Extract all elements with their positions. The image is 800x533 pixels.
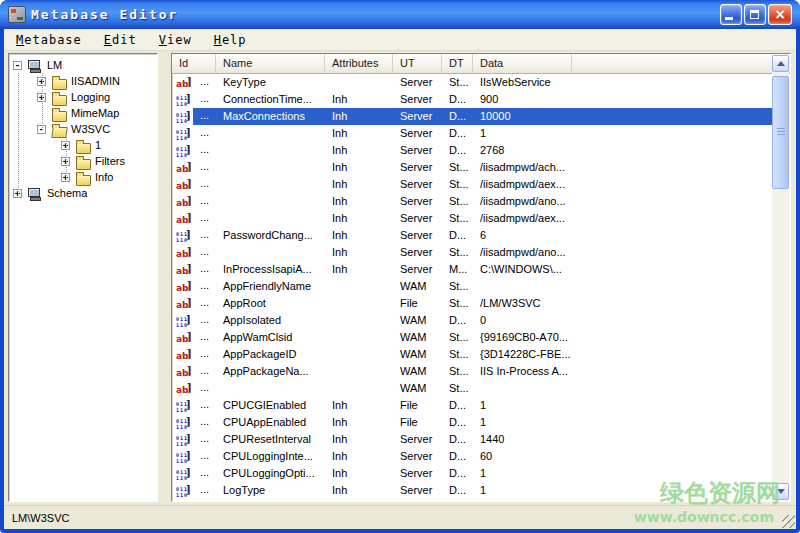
- table-row[interactable]: ab ... AppPackageNa... WAM St... IIS In-…: [172, 363, 773, 380]
- ut-cell: Server: [393, 465, 442, 482]
- tree-item-logging[interactable]: + Logging: [9, 89, 157, 105]
- tree-item-w3svc[interactable]: - W3SVC: [9, 121, 157, 137]
- vertical-scrollbar[interactable]: [772, 55, 789, 500]
- attributes-cell: [325, 329, 393, 346]
- table-row[interactable]: ab ... AppFriendlyName WAM St...: [172, 278, 773, 295]
- tree-item-filters[interactable]: + Filters: [9, 153, 157, 169]
- attributes-cell: Inh: [325, 244, 393, 261]
- table-row[interactable]: 011110 ... LogType Inh Server D... 1: [172, 482, 773, 499]
- dt-cell: D...: [442, 142, 473, 159]
- table-row[interactable]: 011110 ... CPUResetInterval Inh Server D…: [172, 431, 773, 448]
- tree-item-iisadmin[interactable]: + IISADMIN: [9, 73, 157, 89]
- table-row[interactable]: ab ... KeyType Server St... IIsWebServic…: [172, 74, 773, 91]
- ut-cell: Server: [393, 74, 442, 91]
- computer-icon: [27, 59, 43, 72]
- tree-item-lm[interactable]: - LM: [9, 57, 157, 73]
- column-header-dt[interactable]: DT: [442, 54, 473, 73]
- maximize-button[interactable]: [744, 4, 766, 25]
- filler-cell: [572, 159, 773, 176]
- folder-icon: [75, 139, 91, 152]
- folder-icon: [75, 155, 91, 168]
- binary-dword-icon: 011110: [176, 484, 193, 498]
- minimize-button[interactable]: [720, 4, 742, 25]
- dt-cell: [442, 499, 473, 502]
- tree-item-schema[interactable]: + Schema: [9, 185, 157, 201]
- table-row[interactable]: 011110 ... CPUAppEnabled Inh File D... 1: [172, 414, 773, 431]
- column-header-filler: [572, 54, 790, 73]
- table-row[interactable]: ab ... AppWamClsid WAM St... {99169CB0-A…: [172, 329, 773, 346]
- table-row[interactable]: 011110 ... AppIsolated WAM D... 0: [172, 312, 773, 329]
- table-row[interactable]: 011110 ... CPUCGIEnabled Inh File D... 1: [172, 397, 773, 414]
- data-cell: 60: [473, 448, 572, 465]
- title-bar[interactable]: Metabase Editor ×: [0, 0, 800, 29]
- attributes-cell: Inh: [325, 448, 393, 465]
- id-cell: 011110 ...: [172, 142, 216, 159]
- id-cell: ab ...: [172, 176, 216, 193]
- ut-cell: WAM: [393, 363, 442, 380]
- table-row[interactable]: ab ... Inh Server St... /iisadmpwd/ach..…: [172, 159, 773, 176]
- ut-cell: Server: [393, 108, 442, 125]
- data-cell: 6: [473, 227, 572, 244]
- table-row[interactable]: ab ... AppRoot File St... /LM/W3SVC: [172, 295, 773, 312]
- dt-cell: D...: [442, 465, 473, 482]
- scroll-up-button[interactable]: [772, 55, 789, 72]
- data-cell: /iisadmpwd/aex...: [473, 210, 572, 227]
- resize-grip[interactable]: [782, 515, 795, 528]
- table-row[interactable]: ab ... AppPackageID WAM St... {3D14228C-…: [172, 346, 773, 363]
- scroll-down-button[interactable]: [772, 483, 789, 500]
- table-row[interactable]: 011110 ... ConnectionTime... Inh Server …: [172, 91, 773, 108]
- ab-string-icon: ab: [176, 195, 193, 209]
- table-row[interactable]: 011110 ... Inh Server D... 1: [172, 125, 773, 142]
- id-cell: ab ...: [172, 261, 216, 278]
- table-row[interactable]: ab ... Inh Server St... /iisadmpwd/aex..…: [172, 210, 773, 227]
- dt-cell: St...: [442, 193, 473, 210]
- binary-dword-icon: 011110: [176, 416, 193, 430]
- column-header-id[interactable]: Id: [172, 54, 216, 73]
- ut-cell: [393, 499, 442, 502]
- column-header-name[interactable]: Name: [216, 54, 325, 73]
- table-row[interactable]: 011110 ... PasswordChang... Inh Server D…: [172, 227, 773, 244]
- menu-item-view[interactable]: View: [155, 31, 196, 49]
- ab-string-icon: ab: [176, 161, 193, 175]
- table-row[interactable]: ab ... WAM St...: [172, 380, 773, 397]
- data-cell: 1: [473, 465, 572, 482]
- tree-item-info[interactable]: + Info: [9, 169, 157, 185]
- tree-item-1[interactable]: + 1: [9, 137, 157, 153]
- table-row[interactable]: ab ... Inh Server St... /iisadmpwd/aex..…: [172, 176, 773, 193]
- metabase-tree-panel[interactable]: - LM + IISADMIN + Logging MimeMap - W3SV…: [8, 53, 158, 502]
- attributes-cell: Inh: [325, 108, 393, 125]
- dt-cell: M...: [442, 261, 473, 278]
- tree-item-mimemap[interactable]: MimeMap: [9, 105, 157, 121]
- menu-item-help[interactable]: Help: [210, 31, 251, 49]
- collapse-icon[interactable]: -: [13, 61, 22, 70]
- table-row[interactable]: 011110 ... CPULoggingInte... Inh Server …: [172, 448, 773, 465]
- table-row[interactable]: ab ... Inh Server St... /iisadmpwd/ano..…: [172, 244, 773, 261]
- column-header-data[interactable]: Data: [473, 54, 572, 73]
- close-button[interactable]: ×: [768, 4, 792, 25]
- column-header-ut[interactable]: UT: [393, 54, 442, 73]
- menu-item-metabase[interactable]: Metabase: [12, 31, 86, 49]
- ut-cell: Server: [393, 125, 442, 142]
- table-row[interactable]: 011110 ... CPULoggingOpti... Inh Server …: [172, 465, 773, 482]
- table-row[interactable]: ab ... InProcessIsapiA... Inh Server M..…: [172, 261, 773, 278]
- column-header-attributes[interactable]: Attributes: [325, 54, 393, 73]
- dt-cell: D...: [442, 108, 473, 125]
- data-cell: [473, 278, 572, 295]
- name-cell: KeyType: [216, 74, 325, 91]
- dt-cell: St...: [442, 74, 473, 91]
- filler-cell: [572, 261, 773, 278]
- id-value: ...: [193, 431, 216, 448]
- name-cell: CPUCGIEnabled: [216, 397, 325, 414]
- table-row[interactable]: 011110 ... Inh Server D... 2768: [172, 142, 773, 159]
- tree-item-label: Logging: [71, 91, 110, 103]
- id-value: ...: [193, 125, 216, 142]
- scrollbar-thumb[interactable]: [772, 76, 789, 189]
- menu-item-edit[interactable]: Edit: [100, 31, 141, 49]
- table-row[interactable]: ab ... Inh Server St... /iisadmpwd/ano..…: [172, 193, 773, 210]
- data-cell: 0: [473, 312, 572, 329]
- table-row[interactable]: 011110 ... MaxConnections Inh Server D..…: [172, 108, 773, 125]
- table-row[interactable]: 011110 ...: [172, 499, 773, 502]
- binary-dword-icon: 011110: [176, 229, 193, 243]
- attributes-cell: [325, 295, 393, 312]
- id-value: ...: [193, 448, 216, 465]
